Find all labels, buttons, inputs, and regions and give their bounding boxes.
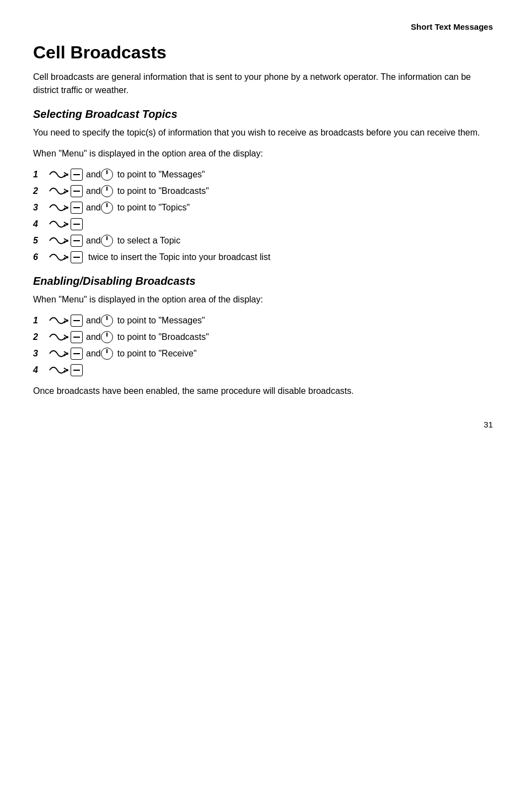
nav-icon — [49, 364, 69, 376]
list-item: 3 and to point to "Topics" — [33, 201, 493, 214]
list-item: 4 — [33, 364, 493, 377]
svg-point-1 — [66, 190, 68, 192]
and-text: and — [86, 185, 101, 198]
nav-icon — [49, 235, 69, 247]
section1-title: Selecting Broadcast Topics — [33, 108, 493, 121]
nav-icon-group — [49, 364, 84, 376]
nav-icon-group — [49, 235, 84, 247]
step-number: 3 — [33, 347, 46, 360]
page-header: Short Text Messages — [33, 22, 493, 31]
nav-icon — [49, 202, 69, 214]
and-text: and — [86, 201, 101, 214]
and-text: and — [86, 234, 101, 247]
nav-icon-group — [49, 331, 84, 343]
joy-icon — [101, 169, 113, 181]
svg-point-0 — [66, 174, 68, 176]
svg-point-9 — [66, 369, 68, 371]
nav-icon — [49, 185, 69, 197]
step-number: 2 — [33, 185, 46, 198]
list-item: 4 — [33, 218, 493, 231]
svg-point-6 — [66, 320, 68, 322]
and-text: and — [86, 314, 101, 327]
nav-icon — [49, 251, 69, 263]
section2-steps: 1 and to point to "Messages" 2 and to p — [33, 314, 493, 377]
step-number: 1 — [33, 314, 46, 327]
section2-footer: Once broadcasts have been enabled, the s… — [33, 385, 493, 398]
section1-intro2: When "Menu" is displayed in the option a… — [33, 147, 493, 160]
btn-icon — [71, 331, 83, 343]
svg-point-5 — [66, 256, 68, 258]
nav-icon — [49, 348, 69, 360]
nav-icon — [49, 218, 69, 230]
btn-icon — [71, 202, 83, 214]
list-item: 3 and to point to "Receive" — [33, 347, 493, 360]
list-item: 2 and to point to "Broadcasts" — [33, 185, 493, 198]
btn-icon — [71, 315, 83, 327]
step-text: to select a Topic — [117, 234, 180, 247]
step-text: to point to "Messages" — [117, 314, 205, 327]
nav-icon-group — [49, 169, 84, 181]
joy-icon — [101, 185, 113, 197]
step-text: twice to insert the Topic into your broa… — [88, 251, 271, 264]
svg-point-2 — [66, 207, 68, 209]
svg-point-8 — [66, 353, 68, 355]
nav-icon — [49, 315, 69, 327]
step-number: 4 — [33, 364, 46, 377]
nav-icon-group — [49, 315, 84, 327]
and-text: and — [86, 168, 101, 181]
section1-steps: 1 and to point to "Messages" 2 and — [33, 168, 493, 264]
step-number: 2 — [33, 331, 46, 344]
step-text: to point to "Messages" — [117, 168, 205, 181]
section1-intro1: You need to specify the topic(s) of info… — [33, 126, 493, 139]
svg-point-4 — [66, 240, 68, 242]
section2-intro: When "Menu" is displayed in the option a… — [33, 293, 493, 306]
nav-icon — [49, 331, 69, 343]
joy-icon — [101, 235, 113, 247]
nav-icon-group — [49, 185, 84, 197]
section2-title: Enabling/Disabling Broadcasts — [33, 275, 493, 288]
list-item: 5 and to select a Topic — [33, 234, 493, 247]
svg-point-7 — [66, 336, 68, 338]
btn-icon — [71, 364, 83, 376]
btn-icon — [71, 218, 83, 230]
and-text: and — [86, 331, 101, 344]
step-number: 4 — [33, 218, 46, 231]
svg-point-3 — [66, 223, 68, 225]
step-text: to point to "Broadcasts" — [117, 331, 209, 344]
nav-icon — [49, 169, 69, 181]
joy-icon — [101, 348, 113, 360]
nav-icon-group — [49, 251, 84, 263]
page-number: 31 — [33, 420, 493, 429]
step-number: 1 — [33, 168, 46, 181]
list-item: 1 and to point to "Messages" — [33, 168, 493, 181]
nav-icon-group — [49, 348, 84, 360]
step-text: to point to "Receive" — [117, 347, 197, 360]
list-item: 1 and to point to "Messages" — [33, 314, 493, 327]
list-item: 2 and to point to "Broadcasts" — [33, 331, 493, 344]
intro-text: Cell broadcasts are general information … — [33, 71, 493, 97]
step-text: to point to "Topics" — [117, 201, 190, 214]
joy-icon — [101, 202, 113, 214]
btn-icon — [71, 169, 83, 181]
step-number: 5 — [33, 234, 46, 247]
step-text: to point to "Broadcasts" — [117, 185, 209, 198]
step-number: 6 — [33, 251, 46, 264]
and-text: and — [86, 347, 101, 360]
joy-icon — [101, 315, 113, 327]
list-item: 6 twice to insert the Topic into your br… — [33, 251, 493, 264]
page-title: Cell Broadcasts — [33, 42, 493, 63]
btn-icon — [71, 348, 83, 360]
btn-icon — [71, 251, 83, 263]
btn-icon — [71, 235, 83, 247]
joy-icon — [101, 331, 113, 343]
step-number: 3 — [33, 201, 46, 214]
nav-icon-group — [49, 218, 84, 230]
nav-icon-group — [49, 202, 84, 214]
btn-icon — [71, 185, 83, 197]
